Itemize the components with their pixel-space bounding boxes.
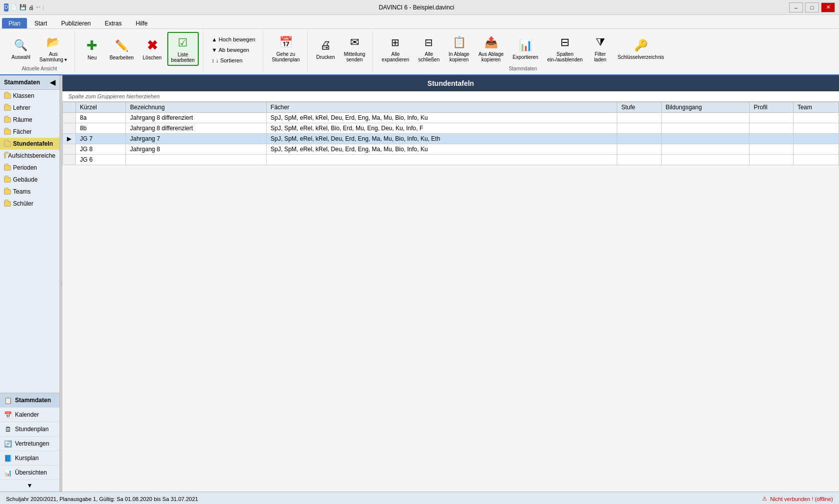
spalten-label: Spaltenein-/ausblenden [547,51,583,62]
cell-stufe [617,134,661,144]
aktuelle-ansicht-label: Aktuelle Ansicht [21,66,57,71]
sidebar-item-raeume-label: Räume [13,116,32,123]
sidebar-item-faecher[interactable]: Fächer [0,126,59,138]
tab-extras[interactable]: Extras [98,18,128,28]
sidebar-item-aufsichtsbereiche[interactable]: Aufsichtsbereiche [0,150,59,162]
data-table[interactable]: Kürzel Bezeichnung Fächer Stufe Bildungs… [62,102,839,492]
status-bar: Schuljahr 2020/2021, Planausgabe 1, Gült… [0,492,839,504]
ab-bewegen-label: Ab bewegen [219,47,249,53]
table-row[interactable]: ▶JG 7Jahrgang 7SpJ, SpM, eRel, kRel, Deu… [63,134,839,144]
col-bildungsgang[interactable]: Bildungsgang [661,102,750,113]
row-marker [63,123,76,134]
mitteilung-senden-button[interactable]: ✉ Mitteilungsenden [341,32,369,65]
sidebar-item-klassen[interactable]: Klassen [0,90,59,102]
tab-publizieren[interactable]: Publizieren [54,18,97,28]
exportieren-label: Exportieren [513,54,538,60]
sidebar-bottom-vertretungen[interactable]: 🔄 Vertretungen [0,437,59,451]
magnifier-icon: 🔍 [13,37,29,53]
col-faecher[interactable]: Fächer [266,102,617,113]
table-row[interactable]: 8bJahrgang 8 differenziertSpJ, SpM, eRel… [63,123,839,134]
sidebar-item-lehrer[interactable]: Lehrer [0,102,59,114]
sidebar-item-gebaeude[interactable]: Gebäude [0,174,59,186]
alle-expandieren-label: Alleexpandieren [382,51,409,62]
stundenplan-nav-icon: 🗓 [4,425,12,433]
in-ablage-kopieren-button[interactable]: 📋 In Ablagekopieren [445,32,473,65]
status-right: ⚠ Nicht verbunden ! (offline) [762,496,833,502]
print-icon: 🖨 [318,37,334,53]
neu-button[interactable]: ✚ Neu [80,35,104,63]
keys-icon: 🔑 [633,37,649,53]
drucken-button[interactable]: 🖨 Drucken [313,35,338,62]
sidebar-collapse-icon[interactable]: ◀ [50,78,55,86]
cell-profil [750,123,793,134]
spalten-button[interactable]: ⊟ Spaltenein-/ausblenden [544,32,586,65]
cell-team [793,155,839,165]
expand-icon: ⊞ [388,34,404,50]
col-stufe[interactable]: Stufe [617,102,661,113]
col-team[interactable]: Team [793,102,839,113]
ribbon-group-print: 🖨 Drucken ✉ Mitteilungsenden [309,31,373,72]
auswahl-button[interactable]: 🔍 Auswahl [8,35,34,62]
liste-bearbeiten-label: Listebearbeiten [171,52,195,63]
sidebar-bottom-kursplan[interactable]: 📘 Kursplan [0,451,59,466]
tab-hilfe[interactable]: Hilfe [129,18,154,28]
hoch-bewegen-button[interactable]: ▲ Hoch bewegen [208,35,259,44]
menu-tabs: Plan Start Publizieren Extras Hilfe [0,15,839,29]
minimize-button[interactable]: – [789,2,803,12]
delete-icon: ✖ [144,38,160,54]
close-button[interactable]: ✕ [821,2,835,12]
tab-plan[interactable]: Plan [2,18,27,28]
table-row[interactable]: JG 8Jahrgang 8SpJ, SpM, eRel, kRel, Deu,… [63,144,839,155]
row-marker: ▶ [63,134,76,144]
cell-stufe [617,155,661,165]
sidebar-item-lehrer-label: Lehrer [13,104,30,111]
filter-laden-button[interactable]: ⧩ Filterladen [588,32,612,65]
sidebar-bottom-scroll-down[interactable]: ▼ [0,480,59,492]
table-row[interactable]: 8aJahrgang 8 differenziertSpJ, SpM, eRel… [63,113,839,123]
sidebar-item-raeume[interactable]: Räume [0,114,59,126]
exportieren-button[interactable]: 📊 Exportieren [509,35,542,62]
aus-sammlung-button[interactable]: 📂 AusSammlung ▾ [36,32,71,65]
tab-start[interactable]: Start [28,18,53,28]
msg-icon: ✉ [347,34,363,50]
col-bezeichnung[interactable]: Bezeichnung [126,102,266,113]
goto-stundenplan-button[interactable]: 📅 Gehe zuStundenplan [268,32,303,65]
sidebar-bottom-stundenplan[interactable]: 🗓 Stundenplan [0,422,59,437]
alle-expandieren-button[interactable]: ⊞ Alleexpandieren [378,32,413,65]
ab-bewegen-button[interactable]: ▼ Ab bewegen [208,45,259,54]
sidebar-item-teams[interactable]: Teams [0,186,59,198]
sidebar-item-perioden-label: Perioden [13,164,37,171]
maximize-button[interactable]: □ [805,2,819,12]
folder-icon [4,201,11,207]
bearbeiten-button[interactable]: ✏️ Bearbeiten [106,35,137,63]
liste-bearbeiten-button[interactable]: ☑ Listebearbeiten [167,32,199,66]
col-profil[interactable]: Profil [750,102,793,113]
sortieren-button[interactable]: ↕ ↓ Sortieren [208,56,259,65]
sidebar: Stammdaten ◀ Klassen Lehrer Räume Fächer… [0,75,60,492]
table-row[interactable]: JG 6 [63,155,839,165]
alle-schliessen-button[interactable]: ⊟ Alleschließen [415,32,443,65]
cell-stufe [617,144,661,155]
cell-profil [750,155,793,165]
cell-faecher [266,155,617,165]
cell-profil [750,134,793,144]
sidebar-item-schueler[interactable]: Schüler [0,198,59,210]
loeschen-button[interactable]: ✖ Löschen [139,35,165,63]
ribbon: 🔍 Auswahl 📂 AusSammlung ▾ Aktuelle Ansic… [0,29,839,75]
title-bar: D 📄 💾 🖨 ↩ | DAVINCI 6 - Beispiel.davinci… [0,0,839,15]
cell-faecher: SpJ, SpM, eRel, kRel, Deu, Erd, Eng, Ma,… [266,113,617,123]
connection-status: Nicht verbunden ! (offline) [770,496,833,502]
folder-icon [4,141,11,147]
sidebar-item-stundentafeln[interactable]: Stundentafeln [0,138,59,150]
stammdaten-group-label: Stammdaten [509,66,537,71]
col-kuerzel[interactable]: Kürzel [76,102,126,113]
stundentafeln-table: Kürzel Bezeichnung Fächer Stufe Bildungs… [62,102,839,165]
schluesselverzeichnis-button[interactable]: 🔑 Schlüsselverzeichnis [614,35,668,62]
sidebar-item-perioden[interactable]: Perioden [0,162,59,174]
sidebar-bottom-stammdaten[interactable]: 📋 Stammdaten [0,393,59,408]
content-header: Stundentafeln [62,75,839,91]
sidebar-bottom-uebersichten[interactable]: 📊 Übersichten [0,466,59,480]
group-hint: Spalte zum Gruppieren hierherziehen [62,91,839,102]
sidebar-bottom-kalender[interactable]: 📅 Kalender [0,408,59,422]
aus-ablage-kopieren-button[interactable]: 📤 Aus Ablagekopieren [475,32,507,65]
